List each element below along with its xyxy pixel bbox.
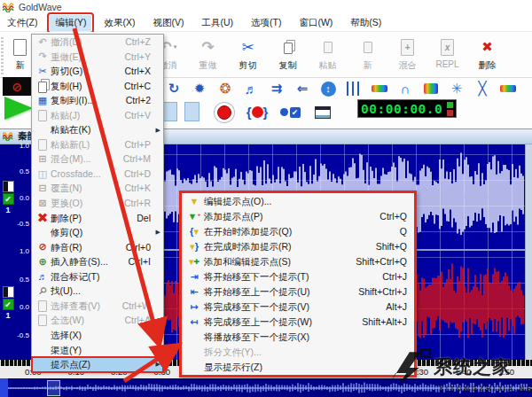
menu-item[interactable]: ⊞ 混合(M)... Ctrl+M ▶	[32, 152, 163, 167]
toolbar-button[interactable]: ✖ 删除	[467, 35, 507, 72]
copy-icon	[284, 35, 293, 58]
menu-item[interactable]: 拆分文件(Y)... ▶	[182, 345, 414, 360]
menubar: 文件(Z)编辑(Y)效果(X)视图(V)工具(U)选项(T)窗口(W)帮助(S)	[0, 14, 532, 32]
menu-item[interactable]: {▾ 在开始时添加提示(Q) Q ▶	[182, 224, 414, 239]
rainbow-cart-icon[interactable]	[499, 80, 517, 97]
menu-item[interactable]: 选择(X) ▶	[32, 328, 163, 343]
copy-icon	[35, 79, 51, 93]
overview-svg	[0, 378, 532, 397]
toolbar-button[interactable]: ✂ 剪切	[228, 35, 268, 72]
menubar-item[interactable]: 帮助(S)	[345, 15, 387, 31]
menu-item[interactable]: ⚲ 找(U)... ▶	[32, 284, 163, 299]
color-wheel-icon[interactable]: ❂	[216, 80, 234, 97]
menu-item[interactable]: ▾} 在完成时添加提示(R) Shift+Q ▶	[182, 239, 414, 254]
menu-item[interactable]: 显示提示行(Z) ▶	[182, 360, 414, 375]
channel-enable-checkbox[interactable]: ✔	[3, 299, 14, 310]
toolbar-button[interactable]: x REPL	[427, 35, 467, 69]
left-arrow-icon[interactable]: ⇐	[293, 80, 311, 97]
sliders-icon[interactable]	[345, 80, 363, 97]
new-file-icon	[13, 35, 27, 58]
menu-item[interactable]: ✖ 删除(P) Del ▶	[32, 211, 163, 226]
menu-item[interactable]: 全选(W) Ctrl+A ▶	[32, 313, 163, 328]
monitor-window-icon[interactable]	[311, 101, 334, 123]
channel-1-controls: ✔ 1	[2, 181, 14, 214]
redo-icon: ↷	[35, 51, 51, 61]
toolbar-button[interactable]: ↷ 重做	[188, 35, 228, 72]
menubar-item[interactable]: 选项(T)	[246, 15, 286, 31]
menu-item[interactable]: ↦ 将完成移至下一个提示(V) Alt+J ▶	[182, 300, 414, 315]
menu-item[interactable]: 粘贴新(L) Ctrl+P ▶	[32, 137, 163, 152]
menu-item[interactable]: ♬ 混合标记(T) ▶	[32, 269, 163, 284]
channel-wave-toggle[interactable]	[3, 181, 14, 192]
menu-item[interactable]: ⊘ 静音(R) Ctrl+0 ▶	[32, 240, 163, 255]
menu-item[interactable]: 选择查看(V) Ctrl+W ▶	[32, 299, 163, 314]
toolbar-button-label: REPL	[435, 59, 458, 69]
menu-item[interactable]: ◫ Crossfade... Ctrl+D ▶	[32, 167, 163, 182]
channel-wave-toggle[interactable]	[3, 286, 14, 298]
undo-icon: ↶	[35, 37, 51, 47]
record-icon[interactable]	[213, 101, 236, 123]
channel-enable-checkbox[interactable]: ✔	[3, 193, 14, 205]
menu-item[interactable]: ⊟ 覆盖(N) Ctrl+K ▶	[32, 181, 163, 196]
menubar-item[interactable]: 效果(X)	[98, 15, 140, 31]
overview-marker[interactable]	[47, 380, 60, 396]
menubar-item[interactable]: 视图(V)	[147, 15, 189, 31]
rainbow-control-icon[interactable]	[422, 80, 440, 97]
menu-item[interactable]: ▦ 复制到(I)... Ctrl+2 ▶	[32, 93, 163, 108]
cut-icon: ✂	[35, 66, 51, 76]
toolbar-button[interactable]: 复制	[268, 35, 308, 72]
submenu-arrow-icon: ▶	[156, 361, 160, 368]
menu-item[interactable]: ▼ 编辑提示点(O)... ▶	[182, 194, 414, 209]
cross-arrows-icon[interactable]: ╳	[473, 80, 491, 97]
menu-item[interactable]: ⇥ 将开始移至下一个提示(T) Ctrl+J ▶	[182, 269, 414, 284]
menu-item[interactable]: 将播放移至下一个提示(X) ▶	[182, 330, 414, 345]
submenu-arrow-icon: ▶	[156, 127, 160, 134]
menu-item[interactable]: ⊕ 插入静音(S)... Ctrl+I ▶	[32, 254, 163, 269]
status-green-light	[447, 102, 453, 108]
time-value: 00:00:00.0	[361, 102, 446, 116]
menubar-item[interactable]: 工具(U)	[196, 15, 239, 31]
toolbar-button[interactable]: 粘贴	[308, 35, 348, 72]
play-button[interactable]	[4, 97, 33, 120]
menu-item[interactable]: ⊠ 更换(O) Ctrl+R ▶	[32, 196, 163, 211]
spark-icon[interactable]: ✳	[448, 80, 466, 97]
overview-strip[interactable]	[0, 378, 532, 397]
submenu-arrow-icon: ▶	[156, 331, 160, 339]
pressed-button[interactable]	[162, 102, 177, 121]
record-options-icon[interactable]: ✔	[278, 101, 301, 123]
stop-disabled-icon[interactable]: ⊘	[3, 77, 31, 96]
menu-item[interactable]: ▾✚ 添加和编辑提示点(S) Shift+Ctrl+Q ▶	[182, 254, 414, 269]
toolbar-button[interactable]: 新	[348, 35, 387, 72]
pressed-button[interactable]	[184, 102, 200, 121]
toolbar-button[interactable]: + 混合	[387, 35, 427, 72]
menu-item[interactable]: 复制(H) Ctrl+C ▶	[32, 79, 163, 94]
amplitude-ruler: 1.00.50.0-0.5 1.00.50.0-0.5 ✔ 1 ✔ 1	[0, 144, 34, 360]
channel-2-controls: ✔ 1	[2, 286, 14, 320]
menubar-item[interactable]: 窗口(W)	[293, 15, 338, 31]
toolbar-button-label: 复制	[279, 59, 297, 72]
menu-item[interactable]: 修剪(Q) ▶	[32, 225, 163, 240]
menu-item[interactable]: 粘贴(J) Ctrl+V ▶	[32, 108, 163, 123]
menu-item[interactable]: ✂ 剪切(G) Ctrl+X ▶	[32, 64, 163, 79]
menubar-item[interactable]: 编辑(Y)	[50, 15, 91, 31]
music-score-icon[interactable]: ♬	[242, 80, 260, 97]
record-selection-icon[interactable]: {}	[246, 101, 269, 123]
menu-item[interactable]: 渠道(Y) ▶	[32, 342, 163, 357]
menubar-item[interactable]: 文件(Z)	[2, 15, 43, 31]
goldwave-logo-icon	[3, 3, 15, 12]
menu-item[interactable]: ↶ 撤消(D) Ctrl+Z ▶	[32, 35, 163, 50]
toolbar-button-label: 删除	[479, 59, 497, 72]
gate-icon[interactable]: ∩	[396, 80, 414, 97]
menu-item[interactable]: ↷ 重做(E) Ctrl+Y ▶	[32, 50, 163, 65]
gear-burst-icon[interactable]: ✹	[191, 80, 208, 97]
menu-item[interactable]: ⇤ 将开始移至上一个提示(U) Shift+Ctrl+J ▶	[182, 284, 414, 300]
double-right-arrow-icon[interactable]: ⇉	[268, 80, 286, 97]
loop-arrow-icon[interactable]: ↻	[165, 80, 183, 97]
menu-item[interactable]: 提示点(Z) ▶	[32, 357, 163, 372]
menu-item[interactable]: ↤ 将完成移至上一个提示(W) Shift+Alt+J ▶	[182, 315, 414, 330]
menu-item[interactable]: ▼⁺ 添加提示点(P) Ctrl+Q ▶	[182, 209, 414, 224]
menu-item[interactable]: 粘贴在(K) ▶	[32, 122, 163, 137]
cue-point-submenu: ▼ 编辑提示点(O)... ▶ ▼⁺ 添加提示点(P) Ctrl+Q ▶ {▾ …	[179, 191, 417, 378]
rainbow-bar-icon[interactable]	[371, 80, 388, 97]
up-down-circle-icon[interactable]: ↕	[319, 80, 337, 97]
